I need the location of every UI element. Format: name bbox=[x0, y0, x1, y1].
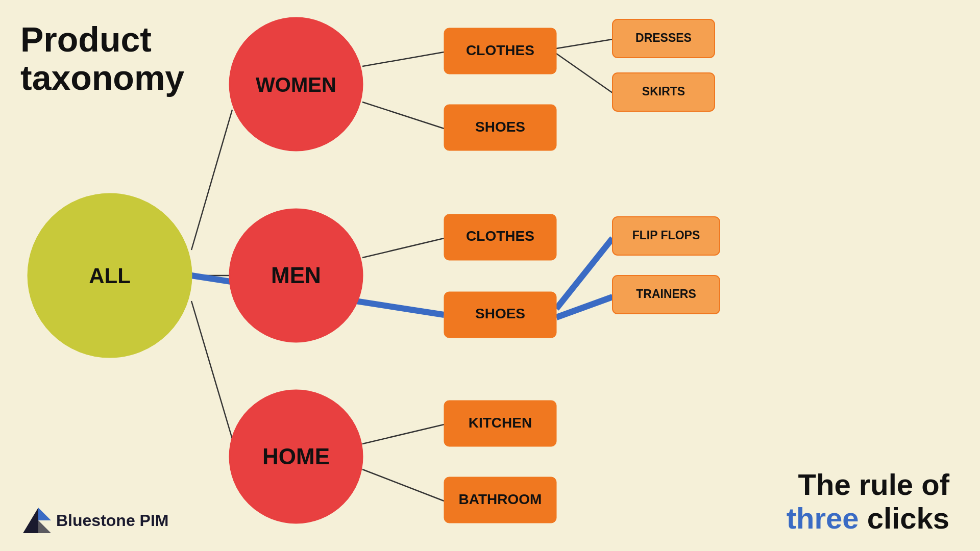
svg-line-1 bbox=[191, 301, 232, 439]
svg-line-5 bbox=[556, 39, 612, 48]
logo-text: Bluestone PIM bbox=[56, 511, 168, 530]
home-label: HOME bbox=[262, 444, 330, 469]
trainers-label: TRAINERS bbox=[636, 287, 696, 300]
dresses-label: DRESSES bbox=[635, 31, 692, 44]
svg-marker-14 bbox=[38, 508, 51, 520]
women-clothes-label: CLOTHES bbox=[466, 42, 534, 58]
tagline-line1: The rule of bbox=[798, 468, 949, 501]
home-kitchen-label: KITCHEN bbox=[469, 415, 532, 431]
logo-area: Bluestone PIM bbox=[20, 505, 168, 536]
men-shoes-label: SHOES bbox=[475, 306, 525, 321]
svg-marker-15 bbox=[38, 520, 51, 533]
svg-line-12 bbox=[362, 469, 444, 501]
all-label: ALL bbox=[89, 264, 131, 288]
tagline-line3: clicks bbox=[867, 502, 949, 535]
logo-icon bbox=[20, 505, 51, 536]
svg-line-6 bbox=[556, 54, 612, 93]
tagline-line2: three bbox=[787, 502, 859, 535]
svg-marker-13 bbox=[23, 508, 38, 533]
men-label: MEN bbox=[271, 263, 321, 288]
svg-line-7 bbox=[362, 238, 444, 258]
svg-line-0 bbox=[191, 110, 232, 250]
men-clothes-label: CLOTHES bbox=[466, 228, 534, 244]
svg-line-4 bbox=[362, 102, 444, 129]
women-label: WOMEN bbox=[256, 73, 336, 96]
flip-flops-label: FLIP FLOPS bbox=[632, 229, 700, 242]
women-shoes-label: SHOES bbox=[475, 119, 525, 135]
svg-line-11 bbox=[362, 424, 444, 444]
svg-line-3 bbox=[362, 52, 444, 66]
tagline: The rule of three clicks bbox=[787, 468, 949, 536]
skirts-label: SKIRTS bbox=[642, 85, 685, 98]
home-bathroom-label: BATHROOM bbox=[459, 491, 542, 507]
